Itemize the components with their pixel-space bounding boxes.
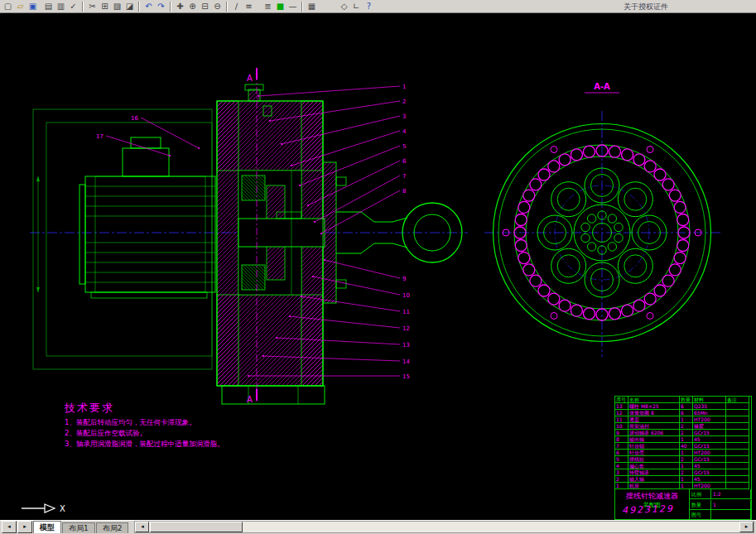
toolbar-separator [138, 2, 140, 12]
bom-header-cell: 材料 [693, 397, 726, 403]
bom-cell: 输入轴 [628, 476, 680, 483]
bom-cell [726, 476, 749, 483]
tab-布局1[interactable]: 布局1 [62, 522, 95, 533]
bom-cell: HT200 [693, 450, 726, 456]
bom-cell [726, 423, 749, 430]
section-label-top: A [247, 74, 253, 83]
zoom-previous-icon[interactable]: ⊖ [211, 1, 224, 12]
dimension-line [36, 176, 40, 292]
motor-fins [85, 186, 215, 282]
bom-cell: 机座 [628, 483, 680, 489]
bom-cell: 8 [615, 436, 628, 443]
match-properties-icon[interactable]: ◪ [123, 1, 136, 12]
bom-cell: Q235 [693, 403, 726, 410]
drawing-canvas[interactable]: A A 1234567891011121314151617 A-A [0, 13, 756, 520]
tech-requirements-title: 技术要求 [65, 401, 224, 416]
new-file-icon[interactable]: ▢ [2, 1, 14, 12]
print-icon[interactable]: ▤ [42, 1, 55, 12]
bom-cell [726, 443, 749, 450]
callout-label: 1 [402, 84, 406, 90]
bom-cell [726, 410, 749, 416]
tab-模型[interactable]: 模型 [33, 521, 61, 533]
tab-nav-next-button[interactable]: ▸ [17, 521, 32, 533]
tab-nav-prev-button[interactable]: ◂ [2, 521, 17, 533]
open-folder-icon[interactable]: ▱ [14, 1, 26, 12]
bearing-upper [242, 176, 265, 200]
print-preview-icon[interactable]: ▥ [55, 1, 67, 12]
distance-icon[interactable]: ∕ [230, 1, 243, 12]
save-icon[interactable]: ▣ [26, 1, 39, 12]
horizontal-scrollbar[interactable]: ◂ ▸ [134, 521, 754, 533]
zoom-realtime-icon[interactable]: ⊕ [186, 1, 199, 12]
layout-tabbar: ◂ ▸ 模型布局1布局2 ◂ ▸ [0, 520, 756, 534]
copy-icon[interactable]: ⊞ [99, 1, 111, 12]
paste-icon[interactable]: ▨ [111, 1, 123, 12]
callout-label: 17 [96, 133, 104, 140]
cut-icon[interactable]: ✂ [86, 1, 99, 12]
bom-cell [726, 436, 749, 443]
end-cover [323, 162, 336, 303]
drawing-title: 摆线针轮减速器 [615, 492, 689, 501]
osnap-icon[interactable]: ◇ [338, 1, 350, 12]
linetype-icon[interactable]: — [287, 1, 299, 12]
bom-cell: 1 [680, 436, 693, 443]
bearing-lower [242, 265, 265, 290]
bom-header-cell: 备注 [726, 397, 749, 403]
shaft [238, 219, 325, 247]
bom-cell: GCr15 [693, 430, 726, 436]
callout-label: 6 [402, 158, 407, 165]
bom-header-cell: 序号 [615, 397, 628, 403]
bom-cell: GCr15 [693, 443, 726, 450]
toolbar-separator [82, 2, 84, 12]
bom-cell: 1 [680, 476, 693, 483]
tech-requirement-item: 2、装配后应作空载试验。 [65, 428, 224, 439]
scroll-track[interactable] [243, 522, 739, 532]
zoom-window-icon[interactable]: ⊟ [199, 1, 211, 12]
bom-cell: 6 [680, 410, 693, 416]
toolbar-icons: ▢▱▣▤▥✓✂⊞▨◪↶↷✚⊕⊟⊖∕≡≣■—▦◇∟? [2, 1, 375, 12]
ortho-icon[interactable]: ∟ [350, 1, 363, 12]
bom-header-cell: 数量 [680, 397, 693, 403]
bom-cell: 2 [680, 469, 693, 476]
callout-label: 10 [402, 292, 410, 299]
callout-label: 7 [402, 173, 406, 180]
scroll-right-button[interactable]: ▸ [739, 522, 754, 532]
bom-cell [726, 430, 749, 436]
scroll-left-button[interactable]: ◂ [135, 522, 149, 532]
bom-cell: 1 [680, 463, 693, 469]
tab-布局2[interactable]: 布局2 [96, 522, 129, 533]
bom-cell: 40 [680, 443, 693, 450]
callout-label: 3 [402, 113, 406, 120]
help-icon[interactable]: ? [363, 1, 375, 12]
bom-cell [726, 483, 749, 489]
scroll-thumb[interactable] [150, 522, 243, 532]
bom-cell: 12 [615, 410, 628, 416]
bom-cell [726, 456, 749, 463]
undo-icon[interactable]: ↶ [142, 1, 155, 12]
list-icon[interactable]: ≡ [243, 1, 255, 12]
bom-cell: 4 [615, 463, 628, 469]
callout-label: 15 [402, 373, 410, 380]
field-value [711, 510, 751, 520]
bom-cell: 45 [693, 436, 726, 443]
layers-icon[interactable]: ≣ [262, 1, 274, 12]
layer-color-icon[interactable]: ■ [274, 1, 287, 12]
field-label: 数量 [690, 500, 711, 510]
toolbar-separator [301, 2, 303, 12]
pan-icon[interactable]: ✚ [174, 1, 186, 12]
bom-cell: 7 [615, 443, 628, 450]
redo-icon[interactable]: ↷ [155, 1, 167, 12]
motor [79, 137, 215, 298]
bom-cell: 弹簧垫圈 8 [628, 410, 680, 416]
spell-check-icon[interactable]: ✓ [67, 1, 79, 12]
bom-cell [726, 469, 749, 476]
ucs-icon: X [22, 504, 65, 513]
bom-cell: 1 [680, 483, 693, 489]
bom-cell [726, 463, 749, 469]
bom-cell: 3 [615, 469, 628, 476]
properties-icon[interactable]: ▦ [306, 1, 318, 12]
bom-cell: 65Mn [693, 410, 726, 416]
bom-cell: 2 [680, 430, 693, 436]
bom-cell: 转臂轴承 [628, 469, 680, 476]
callout-label: 9 [402, 276, 406, 282]
